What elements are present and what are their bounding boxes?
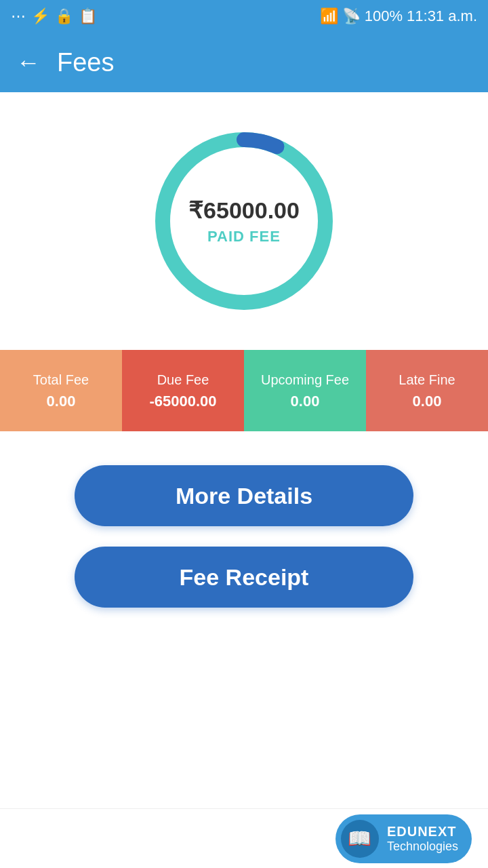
app-bar: ← Fees [0, 33, 488, 92]
fee-stats-row: Total Fee 0.00 Due Fee -65000.00 Upcomin… [0, 350, 488, 431]
late-fine-label: Late Fine [399, 371, 455, 389]
due-fee-label: Due Fee [157, 371, 209, 389]
brand-subtitle: Technologies [387, 840, 458, 854]
paid-amount: ₹65000.00 [188, 197, 300, 224]
brand-name: EDUNEXT [387, 824, 458, 840]
sim-icon: 📋 [79, 7, 97, 25]
donut-center-text: ₹65000.00 PAID FEE [188, 197, 300, 245]
status-bar: ⋯ ⚡ 🔒 📋 📶 📡 100% 11:31 a.m. [0, 0, 488, 33]
total-fee-stat: Total Fee 0.00 [0, 350, 122, 431]
bottom-brand-bar: 📖 EDUNEXT Technologies [0, 808, 488, 868]
late-fine-value: 0.00 [413, 393, 442, 410]
total-fee-value: 0.00 [47, 393, 76, 410]
back-button[interactable]: ← [16, 50, 41, 75]
paid-fee-label: PAID FEE [188, 228, 300, 245]
wifi-icon: 📶 [320, 7, 338, 25]
signal-icon: 📡 [342, 7, 361, 25]
brand-badge: 📖 EDUNEXT Technologies [336, 814, 472, 863]
upcoming-fee-value: 0.00 [291, 393, 320, 410]
more-details-button[interactable]: More Details [75, 465, 413, 526]
page-title: Fees [57, 48, 114, 77]
donut-chart: ₹65000.00 PAID FEE [142, 119, 346, 323]
main-content: ₹65000.00 PAID FEE Total Fee 0.00 Due Fe… [0, 92, 488, 808]
buttons-area: More Details Fee Receipt [0, 431, 488, 808]
time-label: 11:31 a.m. [407, 7, 477, 25]
chart-container: ₹65000.00 PAID FEE [0, 92, 488, 350]
brand-icon: 📖 [341, 820, 379, 858]
upcoming-fee-label: Upcoming Fee [261, 371, 349, 389]
total-fee-label: Total Fee [33, 371, 89, 389]
battery-label: 100% [365, 7, 403, 25]
late-fine-stat: Late Fine 0.00 [366, 350, 488, 431]
upcoming-fee-stat: Upcoming Fee 0.00 [244, 350, 366, 431]
status-icons-right: 📶 📡 100% 11:31 a.m. [320, 7, 477, 25]
lock-icon: 🔒 [55, 7, 73, 25]
notification-icon: ⋯ [11, 7, 26, 25]
fee-receipt-button[interactable]: Fee Receipt [75, 547, 413, 608]
status-icons-left: ⋯ ⚡ 🔒 📋 [11, 7, 97, 25]
due-fee-value: -65000.00 [149, 393, 216, 410]
brand-text: EDUNEXT Technologies [387, 824, 458, 854]
usb-icon: ⚡ [31, 7, 49, 25]
due-fee-stat: Due Fee -65000.00 [122, 350, 244, 431]
